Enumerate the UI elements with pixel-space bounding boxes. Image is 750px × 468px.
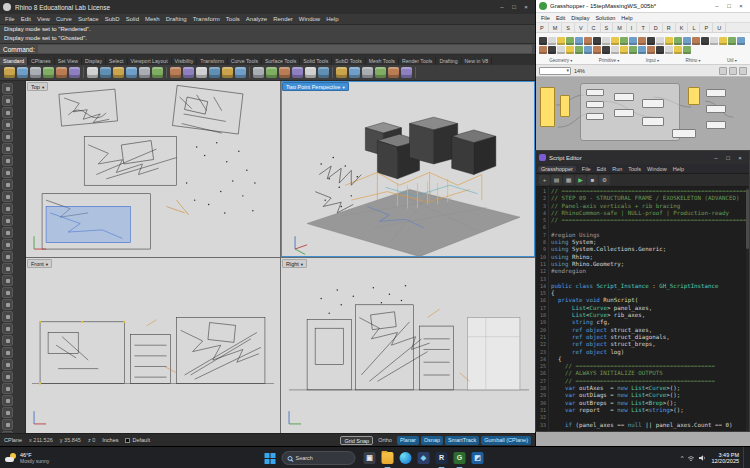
rotate-view-icon[interactable] bbox=[170, 67, 181, 78]
extrude-icon[interactable] bbox=[362, 67, 373, 78]
toolbar-tab-render-tools[interactable]: Render Tools bbox=[399, 57, 436, 65]
gh-component[interactable] bbox=[614, 109, 634, 117]
volume-icon[interactable] bbox=[698, 454, 706, 462]
loft-icon[interactable] bbox=[375, 67, 386, 78]
gh-menu-display[interactable]: Display bbox=[568, 15, 592, 21]
toolbar-tab-drafting[interactable]: Drafting bbox=[436, 57, 461, 65]
sed-menu-tools[interactable]: Tools bbox=[625, 166, 644, 172]
side-tool-icon[interactable] bbox=[2, 143, 13, 154]
open-file-icon[interactable] bbox=[17, 67, 28, 78]
gh-ribbon-tab-11[interactable]: K bbox=[676, 23, 689, 32]
gh-component-icon[interactable] bbox=[638, 46, 646, 54]
side-tool-icon[interactable] bbox=[2, 431, 13, 434]
gh-component-icon[interactable] bbox=[656, 37, 664, 45]
rhino-menu-tools[interactable]: Tools bbox=[223, 16, 243, 22]
gh-ribbon-tab-8[interactable]: T bbox=[637, 23, 649, 32]
side-tool-icon[interactable] bbox=[2, 83, 13, 94]
side-tool-icon[interactable] bbox=[2, 203, 13, 214]
copy-object-icon[interactable] bbox=[209, 67, 220, 78]
gh-group-rhino[interactable]: Rhino bbox=[686, 58, 701, 63]
side-tool-icon[interactable] bbox=[2, 107, 13, 118]
side-tool-icon[interactable] bbox=[2, 287, 13, 298]
rhino-menu-drafting[interactable]: Drafting bbox=[163, 16, 190, 22]
gh-component-icon[interactable] bbox=[557, 37, 565, 45]
gh-zoom-out-icon[interactable] bbox=[729, 67, 737, 75]
toolbar-tab-visibility[interactable]: Visibility bbox=[172, 57, 198, 65]
gh-ribbon-tab-12[interactable]: L bbox=[688, 23, 700, 32]
gh-panel-component[interactable] bbox=[560, 95, 570, 117]
gh-component-icon[interactable] bbox=[674, 46, 682, 54]
toolbar-tab-surface-tools[interactable]: Surface Tools bbox=[262, 57, 300, 65]
minimize-button[interactable]: – bbox=[496, 4, 508, 10]
gh-component-icon[interactable] bbox=[629, 37, 637, 45]
gh-group-primitive[interactable]: Primitive bbox=[599, 58, 619, 63]
gh-minimize-button[interactable]: – bbox=[711, 3, 723, 9]
units-button[interactable]: Inches bbox=[102, 437, 118, 443]
gh-component-icon[interactable] bbox=[656, 46, 664, 54]
toolbar-tab-new-in-v8[interactable]: New in V8 bbox=[462, 57, 493, 65]
toolbar-tab-select[interactable]: Select bbox=[106, 57, 127, 65]
gh-ribbon-tab-1[interactable]: M bbox=[549, 23, 563, 32]
delete-icon[interactable] bbox=[126, 67, 137, 78]
gh-component-icon[interactable] bbox=[575, 46, 583, 54]
cut-icon[interactable] bbox=[56, 67, 67, 78]
gh-view-dropdown[interactable] bbox=[539, 67, 571, 75]
gh-component[interactable] bbox=[586, 113, 604, 120]
rhino-menu-edit[interactable]: Edit bbox=[18, 16, 34, 22]
gh-zoom-level[interactable]: 14% bbox=[574, 68, 585, 74]
paste-icon[interactable] bbox=[87, 67, 98, 78]
gh-ribbon-tab-2[interactable]: S bbox=[562, 23, 575, 32]
side-tool-icon[interactable] bbox=[2, 299, 13, 310]
taskbar-app-code[interactable]: ◩ bbox=[469, 448, 487, 468]
toolbar-tab-mesh-tools[interactable]: Mesh Tools bbox=[366, 57, 399, 65]
gh-ribbon-tab-4[interactable]: C bbox=[588, 23, 601, 32]
grasshopper-titlebar[interactable]: Grasshopper - 15tepMassingWS_005b* – □ × bbox=[536, 0, 750, 13]
rhino-menu-subd[interactable]: SubD bbox=[102, 16, 123, 22]
toolbar-tab-standard[interactable]: Standard bbox=[0, 57, 28, 65]
gh-component-icon[interactable] bbox=[692, 37, 700, 45]
zoom-extents-icon[interactable] bbox=[139, 67, 150, 78]
gh-component[interactable] bbox=[586, 89, 604, 96]
gh-component[interactable] bbox=[706, 89, 726, 97]
taskbar-app-grasshopper[interactable]: G bbox=[451, 448, 469, 468]
gh-zoom-in-icon[interactable] bbox=[719, 67, 727, 75]
gh-ribbon-tab-3[interactable]: V bbox=[575, 23, 588, 32]
gh-component-icon[interactable] bbox=[647, 37, 655, 45]
gh-component[interactable] bbox=[586, 101, 604, 108]
side-tool-icon[interactable] bbox=[2, 119, 13, 130]
gh-ribbon-tab-9[interactable]: D bbox=[650, 23, 663, 32]
side-tool-icon[interactable] bbox=[2, 179, 13, 190]
split-icon[interactable] bbox=[292, 67, 303, 78]
gh-component-icon[interactable] bbox=[566, 37, 574, 45]
side-tool-icon[interactable] bbox=[2, 131, 13, 142]
viewport-front[interactable]: Front bbox=[26, 258, 280, 434]
move-icon[interactable] bbox=[196, 67, 207, 78]
sed-close-button[interactable]: × bbox=[734, 155, 746, 161]
sed-maximize-button[interactable]: □ bbox=[722, 155, 734, 161]
trim-icon[interactable] bbox=[279, 67, 290, 78]
status-toggle-planar[interactable]: Planar bbox=[397, 436, 419, 445]
gh-component-icon[interactable] bbox=[683, 46, 691, 54]
gh-component[interactable] bbox=[614, 93, 634, 101]
object-properties-icon[interactable] bbox=[401, 67, 412, 78]
tray-chevron-up-icon[interactable]: ^ bbox=[681, 455, 684, 461]
gh-component-icon[interactable] bbox=[620, 46, 628, 54]
taskbar-app-task-view[interactable]: ▣ bbox=[361, 448, 379, 468]
stop-icon[interactable]: ■ bbox=[587, 175, 598, 185]
gh-component-icon[interactable] bbox=[710, 37, 718, 45]
taskbar-app-rhino[interactable]: R bbox=[433, 448, 451, 468]
gh-component-icon[interactable] bbox=[602, 46, 610, 54]
side-tool-icon[interactable] bbox=[2, 263, 13, 274]
status-toggle-grid-snap[interactable]: Grid Snap bbox=[340, 436, 373, 445]
gh-menu-file[interactable]: File bbox=[538, 15, 553, 21]
search-box[interactable]: Search bbox=[282, 451, 356, 465]
toolbar-tab-cplanes[interactable]: CPlanes bbox=[28, 57, 55, 65]
copy-icon[interactable] bbox=[69, 67, 80, 78]
redo-icon[interactable] bbox=[113, 67, 124, 78]
gh-component-icon[interactable] bbox=[728, 37, 736, 45]
toolbar-tab-curve-tools[interactable]: Curve Tools bbox=[228, 57, 262, 65]
sed-menu-help[interactable]: Help bbox=[670, 166, 687, 172]
print-icon[interactable] bbox=[43, 67, 54, 78]
gh-group-geometry[interactable]: Geometry bbox=[549, 58, 572, 63]
side-tool-icon[interactable] bbox=[2, 167, 13, 178]
